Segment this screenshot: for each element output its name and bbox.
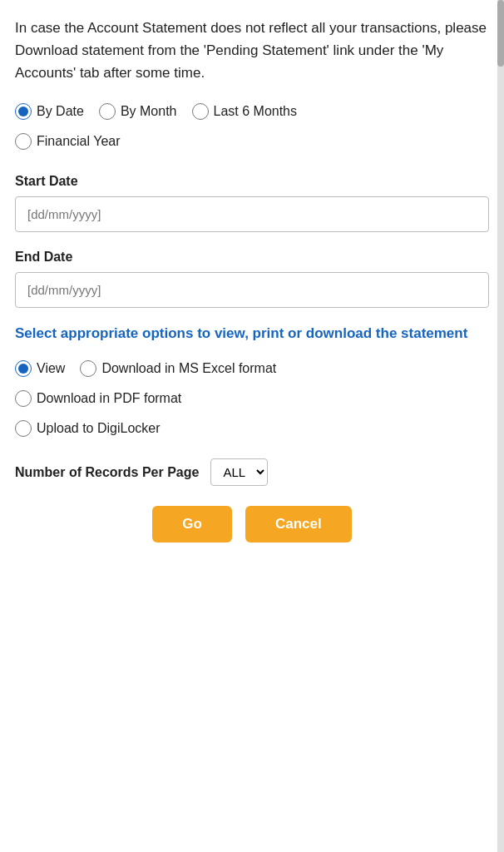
radio-financial-year-label: Financial Year: [37, 131, 121, 151]
radio-upload-digi-label: Upload to DigiLocker: [37, 419, 161, 438]
end-date-input[interactable]: [15, 272, 489, 308]
go-button[interactable]: Go: [152, 506, 232, 542]
radio-financial-year[interactable]: Financial Year: [15, 131, 121, 151]
records-per-page-label: Number of Records Per Page: [15, 463, 199, 483]
radio-download-pdf-label: Download in PDF format: [37, 389, 181, 409]
radio-upload-digi[interactable]: Upload to DigiLocker: [15, 419, 161, 438]
radio-download-excel[interactable]: Download in MS Excel format: [80, 359, 276, 379]
start-date-input[interactable]: [15, 196, 489, 232]
end-date-group: End Date: [15, 247, 489, 308]
start-date-label: Start Date: [15, 171, 489, 191]
radio-download-excel-label: Download in MS Excel format: [101, 359, 276, 379]
records-per-page-select[interactable]: ALL 10 25 50 100: [210, 458, 268, 486]
end-date-label: End Date: [15, 247, 489, 267]
button-row: Go Cancel: [15, 506, 489, 542]
period-radio-group: By Date By Month Last 6 Months Financial…: [15, 102, 489, 156]
start-date-group: Start Date: [15, 171, 489, 232]
radio-by-date[interactable]: By Date: [15, 102, 84, 121]
scrollbar-track[interactable]: [497, 0, 504, 852]
radio-by-month[interactable]: By Month: [99, 102, 177, 121]
radio-view[interactable]: View: [15, 359, 65, 379]
radio-view-label: View: [37, 359, 65, 379]
prompt-text: Select appropriate options to view, prin…: [15, 323, 489, 344]
cancel-button[interactable]: Cancel: [245, 506, 352, 542]
action-radio-group: View Download in MS Excel format Downloa…: [15, 359, 489, 443]
scrollbar-thumb[interactable]: [497, 0, 504, 67]
info-text: In case the Account Statement does not r…: [15, 17, 489, 85]
radio-by-month-label: By Month: [121, 102, 177, 121]
radio-last-6-months-label: Last 6 Months: [214, 102, 298, 121]
radio-last-6-months[interactable]: Last 6 Months: [192, 102, 298, 121]
radio-by-date-label: By Date: [37, 102, 84, 121]
radio-download-pdf[interactable]: Download in PDF format: [15, 389, 181, 409]
records-per-page-row: Number of Records Per Page ALL 10 25 50 …: [15, 458, 489, 486]
